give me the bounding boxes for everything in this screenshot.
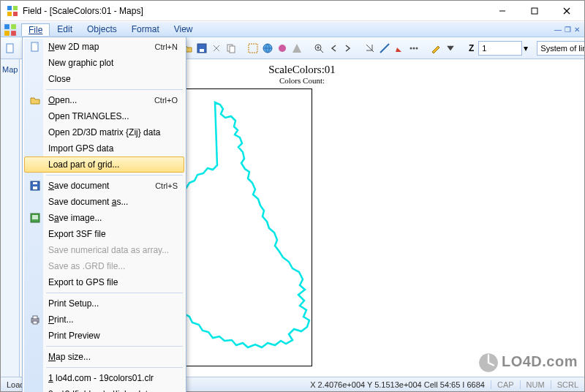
menu-item-label: Export 3SF file <box>48 229 106 239</box>
mdi-restore-icon[interactable]: ❐ <box>565 26 571 34</box>
svg-marker-28 <box>396 48 401 52</box>
menu-item-import-gps-data[interactable]: Import GPS data <box>24 140 184 157</box>
new-icon <box>29 41 41 53</box>
menu-item-label: Load part of grid... <box>48 159 119 170</box>
print-icon <box>29 314 41 325</box>
menu-item-label: Open 2D/3D matrix {Zij} data <box>48 127 160 137</box>
z-label: Z <box>466 43 477 53</box>
menu-item-new-graphic-plot[interactable]: New graphic plot <box>24 55 184 71</box>
menu-item-label: Save as .GRD file... <box>48 261 125 271</box>
svg-rect-12 <box>7 44 13 53</box>
svg-rect-19 <box>249 44 257 53</box>
new-doc-icon[interactable] <box>4 39 17 57</box>
menu-item-export-to-gps-file[interactable]: Export to GPS file <box>24 274 184 290</box>
svg-rect-5 <box>532 8 537 14</box>
menu-item-shortcut: Ctrl+O <box>154 96 178 105</box>
pencil-tool-icon[interactable] <box>429 39 442 57</box>
globe-3d-icon[interactable] <box>261 39 274 57</box>
menu-separator <box>46 346 183 347</box>
svg-rect-14 <box>200 49 204 52</box>
menu-item-label: Save document as... <box>48 197 128 207</box>
toolbar-extra1-icon[interactable] <box>276 39 289 57</box>
menu-format[interactable]: Format <box>124 23 167 36</box>
mdi-controls: — ❐ ✕ <box>554 26 584 34</box>
menu-item-open-2d-3d-matrix-zij-data[interactable]: Open 2D/3D matrix {Zij} data <box>24 124 184 140</box>
sidebar-tab-map[interactable]: Map <box>1 64 19 75</box>
menu-item-label: Open TRIANGLES... <box>48 111 129 121</box>
close-button[interactable] <box>551 1 583 21</box>
crop-tool-icon[interactable] <box>363 39 377 57</box>
svg-point-31 <box>416 47 418 49</box>
menu-item-shortcut: Ctrl+S <box>155 181 178 190</box>
toolbar-extra2-icon[interactable] <box>290 39 303 57</box>
menu-edit[interactable]: Edit <box>50 23 80 36</box>
svg-line-27 <box>380 44 389 53</box>
menu-item-print[interactable]: Print... <box>24 312 184 328</box>
file-menu-dropdown: New 2D mapCtrl+NNew graphic plotCloseOpe… <box>22 37 186 392</box>
document-icon <box>4 23 17 37</box>
sidebar: Map <box>1 59 20 377</box>
z-value-input[interactable] <box>478 41 522 56</box>
menu-item-label: New 2D map <box>48 42 99 52</box>
menu-item-2-c-3dfieldpro-links-dat[interactable]: 2 c:\3dfieldpro\...\links.dat <box>24 386 184 392</box>
svg-rect-42 <box>33 321 37 324</box>
open-icon <box>29 94 41 106</box>
status-coords: X 2.4076e+004 Y 5.1513e+004 Cell 54:65 I… <box>304 377 491 391</box>
menu-bar: File Edit Objects Format View — ❐ ✕ <box>1 21 584 37</box>
menu-file[interactable]: File <box>21 23 50 36</box>
status-scrl: SCRL <box>551 380 584 389</box>
menu-item-open[interactable]: Open...Ctrl+O <box>24 92 184 108</box>
watermark: LO4D.com <box>478 353 578 373</box>
svg-rect-8 <box>4 24 10 29</box>
svg-point-21 <box>279 45 286 52</box>
menu-item-label: Import GPS data <box>48 143 113 154</box>
zoom-in-icon[interactable] <box>312 39 325 57</box>
menu-item-load-part-of-grid[interactable]: Load part of grid... <box>24 157 184 173</box>
menu-separator <box>46 293 183 293</box>
menu-item-save-image[interactable]: Save image... <box>24 210 184 226</box>
z-spinner-icon[interactable]: ▾ <box>524 43 528 53</box>
mdi-minimize-icon[interactable]: — <box>554 26 562 34</box>
menu-item-close[interactable]: Close <box>24 71 184 87</box>
menu-item-label: Save document <box>48 181 109 191</box>
menu-item-label: Map size... <box>48 352 91 362</box>
status-caps: CAP <box>491 380 520 389</box>
menu-item-save-document[interactable]: Save documentCtrl+S <box>24 178 184 194</box>
annotate-tool-icon[interactable] <box>393 39 406 57</box>
menu-item-map-size[interactable]: Map size... <box>24 349 184 365</box>
menu-item-print-preview[interactable]: Print Preview <box>24 328 184 344</box>
toolbar-copy-icon[interactable] <box>224 39 238 57</box>
svg-rect-37 <box>33 182 37 184</box>
menu-item-export-3sf-file[interactable]: Export 3SF file <box>24 226 184 242</box>
title-bar: Field - [ScaleColors:01 - Maps] <box>1 1 584 21</box>
dropdown-arrow-icon[interactable] <box>444 39 457 57</box>
toolbar-cut-icon[interactable] <box>210 39 223 57</box>
toolbar-save-icon[interactable] <box>195 39 208 57</box>
menu-item-print-setup[interactable]: Print Setup... <box>24 295 184 312</box>
svg-rect-39 <box>32 215 38 219</box>
menu-separator <box>46 367 183 368</box>
select-tool-icon[interactable] <box>246 39 260 57</box>
zoom-next-icon[interactable] <box>341 39 355 57</box>
menu-item-save-document-as[interactable]: Save document as... <box>24 194 184 210</box>
menu-item-label: Open... <box>48 95 77 105</box>
svg-rect-9 <box>11 24 16 29</box>
menu-view[interactable]: View <box>167 23 200 36</box>
menu-item-1-lo4d-com-19colors01-clr[interactable]: 1 lo4d.com - 19colors01.clr <box>24 370 184 386</box>
svg-rect-2 <box>7 12 12 16</box>
menu-item-label: Print Setup... <box>48 298 99 309</box>
svg-rect-0 <box>7 6 12 10</box>
menu-objects[interactable]: Objects <box>80 23 124 36</box>
toolbar-more-icon[interactable] <box>407 39 420 57</box>
window-title: Field - [ScaleColors:01 - Maps] <box>23 6 486 16</box>
svg-marker-32 <box>447 45 454 50</box>
menu-item-open-triangles[interactable]: Open TRIANGLES... <box>24 108 184 124</box>
menu-item-new-2d-map[interactable]: New 2D mapCtrl+N <box>24 39 184 55</box>
minimize-button[interactable] <box>486 1 518 21</box>
zoom-prev-icon[interactable] <box>327 39 340 57</box>
maximize-button[interactable] <box>518 1 551 21</box>
mdi-close-icon[interactable]: ✕ <box>574 26 580 34</box>
saveimg-icon <box>29 212 41 224</box>
system-select[interactable]: System of linear equatio <box>537 41 584 56</box>
measure-tool-icon[interactable] <box>378 39 391 57</box>
